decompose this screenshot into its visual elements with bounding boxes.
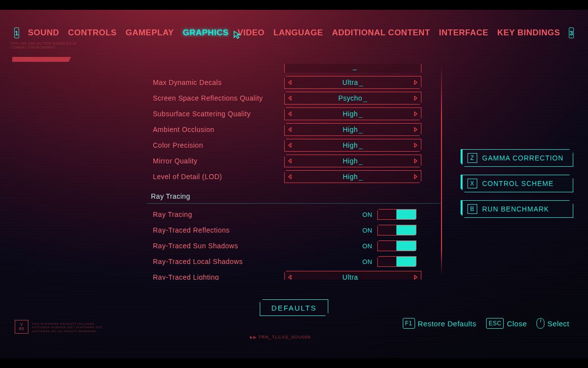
hint-close[interactable]: ESC Close xyxy=(486,318,527,329)
toggle-knob xyxy=(396,257,416,266)
option-value: High xyxy=(343,173,363,181)
toggle-state: ON xyxy=(284,227,377,234)
side-action-control-scheme[interactable]: XCONTROL SCHEME xyxy=(461,175,573,192)
tab-graphics[interactable]: GRAPHICS xyxy=(183,28,229,38)
option-value: High xyxy=(343,141,363,149)
side-action-label: GAMMA CORRECTION xyxy=(482,154,564,162)
setting-row[interactable]: Ray-Traced ReflectionsON xyxy=(147,222,441,238)
side-action-run-benchmark[interactable]: BRUN BENCHMARK xyxy=(461,200,573,218)
toggle-knob xyxy=(396,210,416,219)
option-value: Ultra xyxy=(343,273,363,280)
flavor-text-bm: TRN_TLCAS_0OU098 xyxy=(250,335,311,340)
setting-row[interactable]: Max Dynamic DecalsUltra xyxy=(147,75,441,90)
arrow-left-icon[interactable] xyxy=(285,139,295,151)
key-badge: B xyxy=(467,204,477,214)
svg-marker-3 xyxy=(415,96,417,100)
option-value: High xyxy=(343,126,363,133)
setting-label: Mirror Quality xyxy=(147,157,284,165)
svg-marker-15 xyxy=(415,275,417,279)
svg-marker-7 xyxy=(415,128,417,131)
toggle-knob xyxy=(396,225,416,235)
option-selector[interactable]: Psycho xyxy=(284,92,421,105)
option-selector[interactable]: High xyxy=(284,139,421,152)
option-selector[interactable]: High xyxy=(284,155,421,167)
flavor-text-bl: THIS SOFTWARE PRODUCT INCLUDES AUTODESK … xyxy=(32,322,105,334)
arrow-left-icon[interactable] xyxy=(285,171,295,183)
tab-interface[interactable]: INTERFACE xyxy=(439,28,489,38)
side-action-gamma-correction[interactable]: ZGAMMA CORRECTION xyxy=(461,149,573,167)
setting-row[interactable]: Ambient OcclusionHigh xyxy=(147,122,441,137)
prev-tab-key[interactable]: 1 xyxy=(14,27,19,38)
arrow-right-icon[interactable] xyxy=(410,171,421,183)
setting-row[interactable]: Mirror QualityHigh xyxy=(147,153,441,169)
side-action-label: RUN BENCHMARK xyxy=(482,205,549,213)
setting-row[interactable]: Ray-Traced Sun ShadowsON xyxy=(147,238,441,254)
svg-marker-6 xyxy=(289,128,291,131)
setting-label: Ray-Traced Sun Shadows xyxy=(147,242,284,250)
flavor-bar-tl xyxy=(12,57,71,62)
next-tab-key[interactable]: 3 xyxy=(569,27,574,38)
arrow-right-icon[interactable] xyxy=(410,155,421,167)
arrow-right-icon[interactable] xyxy=(410,139,421,151)
setting-label: Subsurface Scattering Quality xyxy=(147,110,284,118)
side-action-label: CONTROL SCHEME xyxy=(482,180,554,187)
hint-label: Select xyxy=(547,319,569,328)
arrow-right-icon[interactable] xyxy=(410,271,421,280)
setting-label: Ray-Traced Reflections xyxy=(147,226,284,234)
setting-label: Max Dynamic Decals xyxy=(147,79,284,86)
setting-label: Color Precision xyxy=(147,141,284,149)
option-value: Ultra xyxy=(343,79,363,86)
arrow-right-icon[interactable] xyxy=(410,124,421,135)
arrow-left-icon[interactable] xyxy=(285,92,295,104)
svg-marker-2 xyxy=(289,96,291,100)
setting-row[interactable]: Level of Detail (LOD)High xyxy=(147,169,441,184)
setting-label: Level of Detail (LOD) xyxy=(147,173,284,181)
arrow-right-icon[interactable] xyxy=(410,92,421,104)
tab-gameplay[interactable]: GAMEPLAY xyxy=(125,28,174,38)
setting-row[interactable]: Screen Space Reflections QualityPsycho xyxy=(147,90,441,106)
svg-marker-12 xyxy=(289,175,291,179)
hint-restore-defaults[interactable]: F1 Restore Defaults xyxy=(403,318,477,329)
settings-screen: { "nav": { "prev_key": "1", "next_key": … xyxy=(0,0,588,368)
defaults-button[interactable]: DEFAULTS xyxy=(260,299,328,316)
toggle-state: ON xyxy=(284,258,377,265)
tab-key-bindings[interactable]: KEY BINDINGS xyxy=(497,28,561,38)
arrow-right-icon[interactable] xyxy=(410,108,421,120)
option-selector[interactable]: High xyxy=(284,107,421,120)
toggle-switch[interactable] xyxy=(377,256,416,267)
tab-additional-content[interactable]: ADDITIONAL CONTENT xyxy=(332,28,430,38)
setting-row[interactable]: Ray TracingON xyxy=(147,207,441,222)
toggle-knob xyxy=(396,241,416,251)
setting-label: Ray-Traced Lighting xyxy=(147,273,284,280)
option-selector[interactable]: High xyxy=(284,170,421,183)
arrow-right-icon[interactable] xyxy=(410,77,421,88)
arrow-left-icon[interactable] xyxy=(285,155,295,167)
setting-row[interactable]: Color PrecisionHigh xyxy=(147,137,441,153)
hint-select[interactable]: Select xyxy=(537,318,569,329)
mouse-icon xyxy=(537,318,544,329)
tab-controls[interactable]: CONTROLS xyxy=(68,28,117,38)
toggle-switch[interactable] xyxy=(377,240,416,251)
toggle-switch[interactable] xyxy=(377,209,416,220)
setting-row[interactable]: Subsurface Scattering QualityHigh xyxy=(147,106,441,122)
panel-divider xyxy=(441,64,442,275)
tab-sound[interactable]: SOUND xyxy=(28,28,59,38)
option-selector[interactable]: Ultra xyxy=(284,76,421,89)
key-badge-f1: F1 xyxy=(403,318,415,329)
arrow-left-icon[interactable] xyxy=(285,124,295,135)
option-selector[interactable]: High xyxy=(284,123,421,136)
arrow-left-icon[interactable] xyxy=(285,271,295,280)
tab-video[interactable]: VIDEO xyxy=(238,28,265,38)
toggle-state: ON xyxy=(284,211,377,218)
option-selector[interactable]: Ultra xyxy=(284,271,421,280)
setting-row[interactable]: Ray-Traced Local ShadowsON xyxy=(147,254,441,269)
arrow-left-icon[interactable] xyxy=(285,77,295,88)
setting-row-ray-traced-lighting[interactable]: Ray-Traced Lighting Ultra xyxy=(147,269,441,280)
setting-label: Ray-Traced Local Shadows xyxy=(147,258,284,265)
settings-list[interactable]: Max Dynamic DecalsUltraScreen Space Refl… xyxy=(147,64,441,280)
arrow-left-icon[interactable] xyxy=(285,108,295,120)
svg-marker-11 xyxy=(415,159,417,163)
toggle-switch[interactable] xyxy=(377,225,416,236)
tab-language[interactable]: LANGUAGE xyxy=(273,28,323,38)
side-action-panel: ZGAMMA CORRECTIONXCONTROL SCHEMEBRUN BEN… xyxy=(461,149,573,218)
